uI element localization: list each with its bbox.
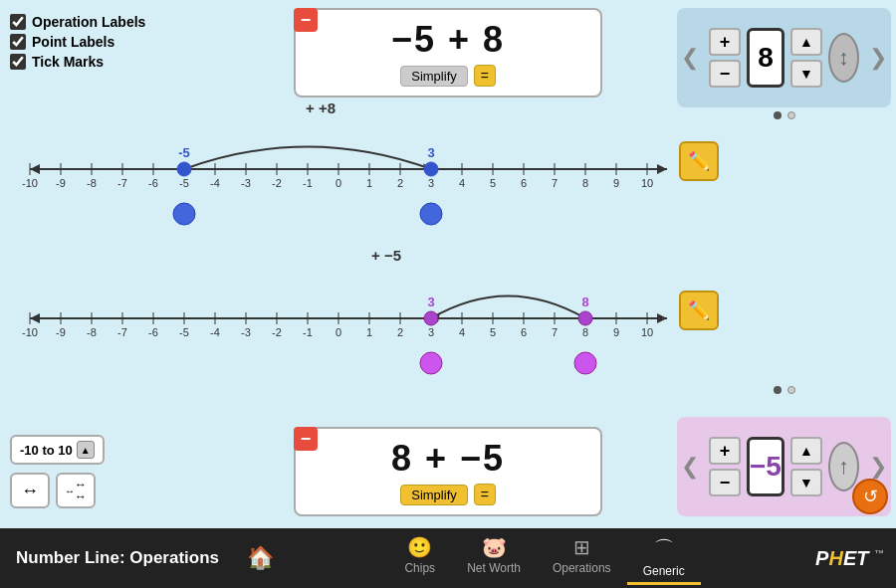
svg-text:10: 10	[641, 326, 653, 338]
top-expression-buttons: Simplify =	[400, 65, 496, 87]
taskbar-tabs: 🙂 Chips 🐷 Net Worth ⊞ Operations ⌒ Gener…	[286, 531, 803, 585]
svg-text:8: 8	[582, 326, 588, 338]
ctrl-minus-top[interactable]: −	[709, 60, 741, 88]
ctrl-left-arrow-top[interactable]: ❮	[677, 41, 703, 75]
svg-text:-8: -8	[87, 177, 97, 189]
tick-marks-checkbox[interactable]: Tick Marks	[10, 54, 145, 70]
ctrl-down-bottom[interactable]: ▼	[790, 469, 822, 496]
ctrl-left-arrow-bottom[interactable]: ❮	[677, 450, 703, 484]
ctrl-value-bottom[interactable]: −5	[747, 437, 784, 496]
checkboxes-panel: Operation Labels Point Labels Tick Marks	[10, 14, 145, 70]
svg-point-51	[420, 203, 442, 225]
svg-text:4: 4	[459, 326, 465, 338]
refresh-button[interactable]: ↺	[852, 479, 888, 514]
svg-point-49	[424, 162, 438, 176]
svg-text:8: 8	[582, 177, 588, 189]
tab-chips[interactable]: 🙂 Chips	[388, 531, 451, 585]
home-button[interactable]: 🏠	[235, 545, 286, 571]
svg-text:3: 3	[428, 326, 434, 338]
bottom-equals-button[interactable]: =	[474, 484, 496, 505]
taskbar-title: Number Line: Operations	[0, 548, 235, 568]
svg-text:-10: -10	[22, 177, 38, 189]
svg-text:-4: -4	[210, 326, 220, 338]
point-labels-checkbox[interactable]: Point Labels	[10, 34, 145, 50]
ctrl-up-top[interactable]: ▲	[790, 28, 822, 56]
svg-text:-8: -8	[87, 326, 97, 338]
top-equals-button[interactable]: =	[474, 65, 496, 87]
svg-text:-10: -10	[22, 326, 38, 338]
svg-text:8: 8	[581, 294, 588, 309]
zoom-in-button[interactable]: ↔↔	[56, 473, 96, 508]
ctrl-direction-bottom[interactable]: ↑	[828, 442, 859, 491]
svg-text:-9: -9	[56, 177, 66, 189]
ctrl-up-bottom[interactable]: ▲	[790, 437, 822, 465]
tick-marks-label: Tick Marks	[32, 54, 104, 70]
dot-2-mid	[787, 386, 795, 394]
svg-text:-3: -3	[241, 177, 251, 189]
svg-text:-6: -6	[148, 177, 158, 189]
tab-net-worth[interactable]: 🐷 Net Worth	[451, 531, 537, 585]
svg-text:1: 1	[366, 177, 372, 189]
svg-text:0: 0	[336, 177, 341, 189]
svg-text:10: 10	[641, 177, 653, 189]
svg-text:9: 9	[613, 177, 619, 189]
svg-point-100	[574, 352, 596, 374]
top-simplify-button[interactable]: Simplify	[400, 66, 468, 87]
range-selector[interactable]: -10 to 10 ▲	[10, 435, 105, 465]
svg-text:7: 7	[552, 177, 558, 189]
svg-text:3: 3	[428, 177, 434, 189]
point-labels-label: Point Labels	[32, 34, 114, 50]
number-line-2: + −5 -10 -9 -8 -7 -6 -5 -4 -3 -2 -1 0 1 …	[10, 269, 667, 378]
svg-marker-2	[657, 164, 667, 174]
bottom-simplify-button[interactable]: Simplify	[400, 485, 468, 505]
svg-text:-7: -7	[117, 177, 127, 189]
top-control-panel: ❮ + − 8 ▲ ▼ ↕ ❯	[677, 8, 891, 107]
top-minus-badge: −	[294, 8, 318, 32]
zoom-out-button[interactable]: ↔	[10, 473, 50, 508]
operation-labels-label: Operation Labels	[32, 14, 145, 30]
top-expression-text: −5 + 8	[391, 19, 505, 61]
svg-text:1: 1	[366, 326, 372, 338]
ctrl-direction-top[interactable]: ↕	[828, 33, 859, 83]
svg-marker-1	[30, 164, 40, 174]
bottom-expression-text: 8 + −5	[391, 438, 505, 480]
ctrl-plus-minus-bottom: + −	[709, 437, 741, 496]
svg-text:-4: -4	[210, 177, 220, 189]
top-expression-box: − −5 + 8 Simplify =	[294, 8, 602, 98]
ctrl-plus-top[interactable]: +	[709, 28, 741, 56]
ctrl-plus-minus-top: + −	[709, 28, 741, 88]
range-label: -10 to 10	[20, 443, 73, 458]
svg-text:-5: -5	[179, 326, 189, 338]
nl1-eraser-button[interactable]: ✏️	[679, 141, 719, 181]
nl2-eraser-button[interactable]: ✏️	[679, 291, 719, 330]
svg-text:3: 3	[427, 294, 434, 309]
ctrl-plus-bottom[interactable]: +	[709, 437, 741, 465]
svg-text:-3: -3	[241, 326, 251, 338]
ctrl-right-arrow-top[interactable]: ❯	[865, 41, 891, 75]
generic-icon: ⌒	[654, 535, 674, 562]
svg-text:7: 7	[552, 326, 558, 338]
svg-text:-1: -1	[303, 326, 313, 338]
ctrl-minus-bottom[interactable]: −	[709, 469, 741, 496]
tab-generic[interactable]: ⌒ Generic	[627, 531, 701, 585]
ctrl-updown-bottom: ▲ ▼	[790, 437, 822, 496]
tab-operations[interactable]: ⊞ Operations	[537, 531, 627, 585]
svg-text:-1: -1	[303, 177, 313, 189]
number-line-1: + +8 -10 -9 -8 -7 -6 -5 -4 -3	[10, 119, 667, 229]
ctrl-down-top[interactable]: ▼	[790, 60, 822, 88]
dot-1-mid	[774, 386, 782, 394]
bottom-expression-buttons: Simplify =	[400, 484, 496, 505]
nl2-op-label: + −5	[371, 247, 401, 264]
svg-text:2: 2	[397, 326, 403, 338]
panel-dots-mid	[677, 386, 891, 394]
tab-chips-label: Chips	[404, 561, 435, 575]
svg-marker-54	[657, 313, 667, 323]
range-up-button[interactable]: ▲	[77, 441, 95, 459]
ctrl-value-top[interactable]: 8	[747, 28, 784, 88]
svg-point-101	[424, 311, 438, 325]
svg-text:0: 0	[336, 326, 341, 338]
tab-generic-label: Generic	[643, 564, 685, 578]
operation-labels-checkbox[interactable]: Operation Labels	[10, 14, 145, 30]
net-worth-icon: 🐷	[482, 535, 507, 559]
taskbar: Number Line: Operations 🏠 🙂 Chips 🐷 Net …	[0, 528, 896, 588]
